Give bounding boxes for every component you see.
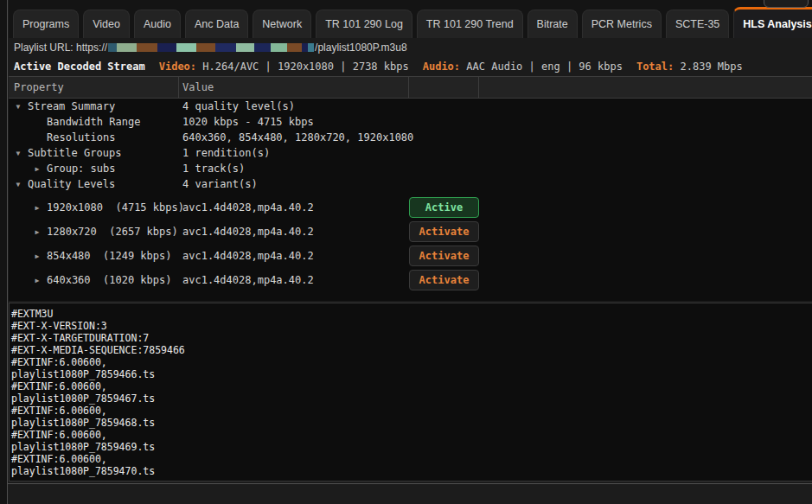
property-cell: 1280x720 (2657 kbps): [47, 226, 178, 238]
value-cell: avc1.4d4028,mp4a.40.2: [182, 226, 314, 238]
value-cell: avc1.4d4028,mp4a.40.2: [182, 201, 314, 214]
property-cell: Group: subs: [47, 163, 115, 175]
tab-network[interactable]: Network: [253, 10, 311, 38]
row-quality-levels[interactable]: ▼ Quality Levels 4 variant(s): [9, 176, 812, 192]
tab-pcr-metrics[interactable]: PCR Metrics: [582, 10, 662, 38]
activate-button-1280x720[interactable]: Activate: [409, 221, 479, 242]
audio-label: Audio:: [423, 61, 460, 73]
expand-arrow-icon[interactable]: ▼: [11, 150, 25, 157]
row-bandwidth-range[interactable]: Bandwidth Range 1020 kbps - 4715 kbps: [9, 114, 812, 130]
tab-label: Network: [262, 18, 302, 30]
tab-label: Audio: [144, 18, 171, 30]
playlist-url-prefix: https://: [76, 41, 107, 54]
row-variant-854x480[interactable]: ▶ 854x480 (1249 kbps) avc1.4d4028,mp4a.4…: [9, 244, 812, 268]
manifest-text: #EXTM3U #EXT-X-VERSION:3 #EXT-X-TARGETDU…: [11, 308, 812, 477]
tab-label: Anc Data: [195, 18, 239, 30]
table-header: Property Value: [9, 76, 812, 99]
playlist-url-label: Playlist URL:: [14, 41, 76, 54]
row-stream-summary[interactable]: ▼ Stream Summary 4 quality level(s): [9, 99, 812, 114]
row-subtitle-groups[interactable]: ▼ Subtitle Groups 1 rendition(s): [9, 145, 812, 161]
bottom-divider-strip: [8, 483, 812, 504]
value-cell: 4 variant(s): [182, 178, 258, 190]
tab-label: Programs: [22, 18, 69, 30]
active-stream-bar: Active Decoded StreamVideo: H.264/AVC | …: [9, 57, 812, 76]
tab-label: PCR Metrics: [591, 18, 652, 30]
value-cell: 640x360, 854x480, 1280x720, 1920x1080: [182, 131, 413, 144]
total-value: 2.839 Mbps: [674, 61, 742, 73]
collapse-arrow-icon[interactable]: ▶: [30, 204, 44, 212]
total-label: Total:: [636, 61, 674, 73]
tab-tr101290-log[interactable]: TR 101 290 Log: [316, 10, 412, 38]
manifest-viewer[interactable]: #EXTM3U #EXT-X-VERSION:3 #EXT-X-TARGETDU…: [9, 303, 812, 482]
value-cell: 1 rendition(s): [182, 147, 270, 159]
row-variant-1280x720[interactable]: ▶ 1280x720 (2657 kbps) avc1.4d4028,mp4a.…: [9, 220, 812, 244]
property-cell: 640x360 (1020 kbps): [47, 274, 172, 286]
property-cell: Subtitle Groups: [28, 147, 121, 159]
tab-label: TR 101 290 Log: [325, 18, 403, 30]
column-divider: [478, 77, 479, 98]
value-cell: 1 track(s): [182, 163, 245, 175]
activate-button-640x360[interactable]: Activate: [409, 270, 479, 290]
tab-tr101290-trend[interactable]: TR 101 290 Trend: [417, 10, 523, 38]
row-resolutions[interactable]: Resolutions 640x360, 854x480, 1280x720, …: [9, 130, 812, 145]
video-label: Video:: [159, 61, 196, 73]
property-column-header: Property: [14, 81, 64, 93]
activate-button-854x480[interactable]: Activate: [409, 246, 479, 266]
cropped-control-fragment: [764, 0, 809, 8]
property-cell: Stream Summary: [28, 100, 115, 112]
property-cell: Bandwidth Range: [47, 116, 140, 128]
row-group-subs[interactable]: ▶ Group: subs 1 track(s): [9, 161, 812, 176]
stream-title: Active Decoded Stream: [14, 61, 145, 73]
value-cell: 1020 kbps - 4715 kbps: [182, 116, 314, 128]
column-divider: [408, 77, 409, 98]
property-cell: 1920x1080 (4715 kbps): [47, 201, 184, 214]
value-cell: avc1.4d4028,mp4a.40.2: [182, 250, 314, 262]
redacted-url-segment: [108, 43, 314, 52]
tab-audio[interactable]: Audio: [134, 10, 181, 38]
tab-label: HLS Analysis: [743, 18, 811, 30]
row-variant-1920x1080[interactable]: ▶ 1920x1080 (4715 kbps) avc1.4d4028,mp4a…: [9, 195, 812, 220]
collapse-arrow-icon[interactable]: ▶: [30, 228, 44, 236]
tab-label: Bitrate: [537, 18, 568, 30]
tab-label: Video: [93, 18, 120, 30]
tab-bar: Programs Video Audio Anc Data Network TR…: [9, 0, 812, 38]
collapse-arrow-icon[interactable]: ▶: [30, 165, 44, 173]
playlist-url-bar: Playlist URL: https:///playlist1080P.m3u…: [9, 38, 812, 57]
active-button-1920x1080[interactable]: Active: [409, 197, 479, 218]
playlist-url-suffix: /playlist1080P.m3u8: [315, 41, 407, 54]
property-cell: Quality Levels: [28, 178, 115, 190]
value-cell: avc1.4d4028,mp4a.40.2: [182, 274, 314, 286]
tab-label: SCTE-35: [675, 18, 719, 30]
tab-hls-analysis[interactable]: HLS Analysis: [733, 7, 812, 38]
hls-analysis-panel: Programs Video Audio Anc Data Network TR…: [7, 0, 812, 504]
property-cell: Resolutions: [47, 131, 115, 144]
property-cell: 854x480 (1249 kbps): [47, 250, 172, 262]
collapse-arrow-icon[interactable]: ▶: [30, 277, 44, 284]
expand-arrow-icon[interactable]: ▼: [11, 181, 25, 188]
tab-bitrate[interactable]: Bitrate: [527, 10, 578, 38]
tab-video[interactable]: Video: [83, 10, 130, 38]
tab-scte-35[interactable]: SCTE-35: [666, 10, 729, 38]
value-cell: 4 quality level(s): [182, 100, 295, 112]
audio-value: AAC Audio | eng | 96 kbps: [460, 61, 623, 73]
video-value: H.264/AVC | 1920x1080 | 2738 kbps: [196, 61, 409, 73]
collapse-arrow-icon[interactable]: ▶: [30, 252, 44, 260]
column-divider: [178, 77, 179, 98]
expand-arrow-icon[interactable]: ▼: [11, 103, 25, 111]
tab-label: TR 101 290 Trend: [426, 18, 514, 30]
value-column-header: Value: [182, 81, 214, 93]
tab-programs[interactable]: Programs: [13, 10, 79, 38]
row-variant-640x360[interactable]: ▶ 640x360 (1020 kbps) avc1.4d4028,mp4a.4…: [9, 268, 812, 292]
tab-anc-data[interactable]: Anc Data: [185, 10, 248, 38]
property-table: ▼ Stream Summary 4 quality level(s) Band…: [9, 99, 812, 301]
